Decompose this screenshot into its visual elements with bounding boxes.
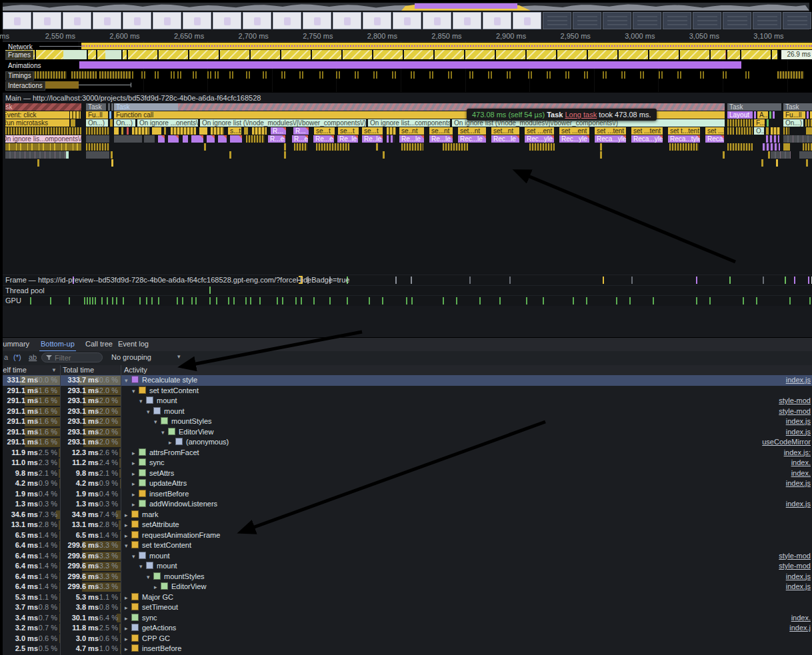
flame-segment[interactable] [199,127,207,135]
expand-arrow-icon[interactable]: ▸ [125,644,131,655]
expand-arrow-icon[interactable]: ▸ [169,438,175,448]
expand-arrow-icon[interactable]: ▸ [154,582,161,593]
flame-segment[interactable] [768,151,770,159]
flame-segment-se-t[interactable]: se...t [338,127,359,135]
frame-block[interactable] [343,50,373,59]
frame-block[interactable] [557,50,588,59]
flame-segment[interactable] [600,143,602,151]
table-row-settimeout[interactable]: 3.7 ms0.8 %3.8 ms0.8 %▸setTimeout [3,602,812,613]
interactions-track[interactable]: Interactions [3,81,812,89]
flame-segment[interactable] [5,127,81,135]
screenshot-thumbnail[interactable] [273,12,301,29]
flame-segment[interactable] [246,135,265,143]
flame-segment[interactable] [86,143,109,151]
table-row-updateattrs[interactable]: 4.2 ms0.9 %4.2 ms0.9 %▸updateAttrsindex.… [3,478,812,489]
flame-segment[interactable] [727,143,753,151]
flame-segment[interactable] [387,135,395,143]
source-link[interactable]: index.js [786,416,811,427]
source-link[interactable]: index.js: [784,448,811,458]
screenshot-thumbnail[interactable] [63,12,91,29]
flame-segment[interactable] [127,127,129,135]
flame-segment-re-e[interactable]: Re...e [313,135,334,143]
expand-arrow-icon[interactable]: ▸ [125,593,131,604]
screenshot-thumbnail[interactable] [513,12,541,29]
table-row-recalculate-style[interactable]: 331.2 ms70.0 %333.7 ms70.6 %▾Recalculate… [3,375,812,386]
flame-segment[interactable] [769,111,771,119]
flame-segment[interactable] [806,127,812,135]
table-row-addwindowlisteners[interactable]: 1.3 ms0.3 %1.3 ms0.3 %▸addWindowListener… [3,499,812,510]
grouping-dropdown[interactable]: No grouping [111,353,151,361]
frame-block[interactable] [159,50,189,59]
collapse-arrow-icon[interactable]: ▾ [161,428,168,438]
flame-segment-reca-tyle[interactable]: Reca...tyle [668,135,700,143]
frame-duration-badge[interactable]: 26.9 ms [781,50,812,59]
collapse-arrow-icon[interactable]: ▾ [154,417,161,428]
table-row-mark[interactable]: 34.6 ms7.3 %34.9 ms7.4 %▸mark [3,510,812,520]
flame-segment[interactable] [110,119,113,127]
flame-segment[interactable] [230,135,242,143]
flame-segment[interactable] [766,135,779,143]
collapse-arrow-icon[interactable]: ▾ [139,562,146,572]
frame-block[interactable] [373,50,404,59]
flame-segment[interactable] [727,127,734,135]
screenshot-thumbnail[interactable] [663,12,691,29]
expand-arrow-icon[interactable]: ▸ [125,520,131,531]
screenshot-thumbnail[interactable] [753,12,781,29]
flame-segment-set-tent[interactable]: set ...tent [595,127,626,135]
flame-segment-f-l[interactable]: F...l [754,119,765,127]
frame-block[interactable] [649,50,680,59]
flame-segment[interactable] [807,111,809,119]
flame-segment[interactable] [776,159,778,167]
flame-segment-o-[interactable]: O... [754,127,764,135]
flame-segment[interactable] [773,111,775,119]
expand-arrow-icon[interactable]: ▸ [132,479,139,490]
screenshot-thumbnail[interactable] [153,12,181,29]
flame-segment[interactable] [766,127,769,135]
flame-segment[interactable] [37,159,39,167]
flame-segment-re-le[interactable]: Re...le [429,135,453,143]
flame-segment-s-t[interactable]: s...t [228,127,241,135]
source-link[interactable]: index.j [789,623,811,634]
table-row-editorview[interactable]: 6.4 ms1.4 %299.6 ms63.3 %▸EditorViewinde… [3,582,812,592]
collapse-arrow-icon[interactable]: ▾ [147,572,153,583]
flame-segment[interactable] [754,111,756,119]
flame-segment[interactable] [229,151,231,159]
flame-segment[interactable] [783,143,790,151]
screenshot-thumbnail[interactable] [693,12,721,29]
flame-segment-task[interactable]: Task [86,103,106,111]
table-row-insertbefore[interactable]: 1.9 ms0.4 %1.9 ms0.4 %▸insertBefore [3,489,812,500]
expand-arrow-icon[interactable]: ▸ [125,510,131,521]
table-row-insertbefore[interactable]: 2.5 ms0.5 %4.7 ms1.0 %▸insertBefore [3,644,812,654]
source-link[interactable]: style-mod [779,551,811,562]
table-row-set-textcontent[interactable]: 6.4 ms1.4 %299.6 ms63.3 %▾set textConten… [3,540,812,551]
frame-block[interactable] [220,50,251,59]
flame-segment[interactable] [164,127,166,135]
screenshot-thumbnail[interactable] [393,12,421,29]
expand-arrow-icon[interactable]: ▸ [132,469,139,480]
table-row-mountstyles[interactable]: 291.1 ms61.6 %293.1 ms62.0 %▾mountStyles… [3,416,812,427]
flame-segment[interactable] [736,127,753,135]
screenshot-thumbnail[interactable] [453,12,481,29]
expand-arrow-icon[interactable]: ▸ [132,448,139,459]
chevron-down-icon[interactable]: ▾ [177,353,181,360]
frame-block[interactable] [496,50,527,59]
tab-event-log[interactable]: Event log [117,338,150,350]
table-row-requestanimationframe[interactable]: 6.5 ms1.4 %6.5 ms1.4 %▸requestAnimationF… [3,530,812,541]
expand-arrow-icon[interactable]: ▸ [125,624,131,634]
flame-segment[interactable] [387,127,396,135]
collapse-arrow-icon[interactable]: ▾ [125,376,131,386]
source-link[interactable]: index. [791,468,811,479]
idle-frame-block[interactable] [105,50,123,59]
table-row-major-gc[interactable]: 5.3 ms1.1 %5.3 ms1.1 %▸Major GC [3,592,812,603]
flame-segment-se-nt[interactable]: se...nt [429,127,453,135]
flame-segment[interactable] [152,127,161,135]
flame-segment[interactable] [86,135,109,143]
flame-segment-r-[interactable]: R... [271,127,286,135]
flame-segment-set-t-tent[interactable]: set t...tent [668,127,700,135]
flame-segment[interactable] [799,151,812,159]
flame-segment-task[interactable]: Task [783,103,812,111]
flame-segment[interactable] [767,119,769,127]
frame-block[interactable] [128,50,159,59]
screenshot-thumbnail[interactable] [543,12,571,29]
flame-segment[interactable] [783,127,789,135]
